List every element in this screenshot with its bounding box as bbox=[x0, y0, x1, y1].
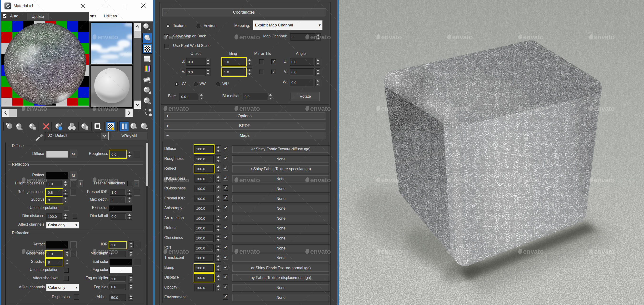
svg-text:envato: envato bbox=[594, 34, 615, 41]
svg-text:envato: envato bbox=[26, 177, 47, 184]
svg-text:envato: envato bbox=[168, 248, 189, 255]
svg-text:envato: envato bbox=[381, 105, 402, 112]
svg-text:envato: envato bbox=[381, 177, 402, 184]
svg-text:envato: envato bbox=[310, 248, 331, 255]
svg-text:envato: envato bbox=[26, 34, 47, 41]
svg-text:envato: envato bbox=[239, 177, 260, 184]
svg-text:envato: envato bbox=[523, 105, 544, 112]
svg-text:envato: envato bbox=[523, 248, 544, 255]
svg-text:envato: envato bbox=[239, 248, 260, 255]
svg-text:envato: envato bbox=[26, 105, 47, 112]
svg-text:envato: envato bbox=[26, 248, 47, 255]
svg-text:envato: envato bbox=[523, 34, 544, 41]
svg-text:envato: envato bbox=[381, 248, 402, 255]
svg-text:envato: envato bbox=[97, 177, 118, 184]
svg-text:envato: envato bbox=[168, 105, 189, 112]
svg-text:envato: envato bbox=[594, 248, 615, 255]
svg-text:envato: envato bbox=[310, 105, 331, 112]
svg-text:envato: envato bbox=[97, 34, 118, 41]
svg-text:envato: envato bbox=[239, 105, 260, 112]
svg-text:envato: envato bbox=[594, 105, 615, 112]
svg-text:envato: envato bbox=[310, 177, 331, 184]
svg-text:envato: envato bbox=[452, 34, 473, 41]
svg-text:envato: envato bbox=[168, 177, 189, 184]
svg-text:envato: envato bbox=[310, 34, 331, 41]
svg-text:envato: envato bbox=[594, 177, 615, 184]
svg-text:envato: envato bbox=[452, 105, 473, 112]
svg-text:envato: envato bbox=[452, 248, 473, 255]
svg-text:envato: envato bbox=[239, 34, 260, 41]
svg-text:envato: envato bbox=[97, 105, 118, 112]
svg-text:envato: envato bbox=[97, 248, 118, 255]
svg-text:envato: envato bbox=[452, 177, 473, 184]
svg-text:envato: envato bbox=[523, 177, 544, 184]
svg-text:envato: envato bbox=[381, 34, 402, 41]
svg-text:envato: envato bbox=[168, 34, 189, 41]
